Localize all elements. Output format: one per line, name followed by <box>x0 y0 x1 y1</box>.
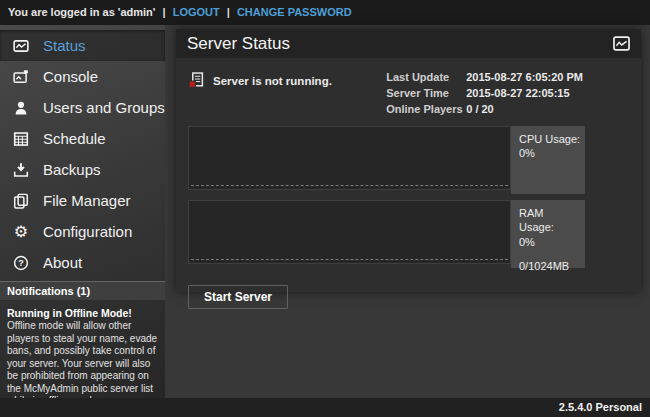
sidebar-item-label: Backups <box>43 161 101 178</box>
sidebar-item-schedule[interactable]: Schedule <box>0 123 165 154</box>
schedule-icon <box>13 131 29 147</box>
info-label: Online Players <box>386 101 466 117</box>
sidebar-item-configuration[interactable]: ⚙ Configuration <box>0 216 165 247</box>
logout-link[interactable]: LOGOUT <box>173 6 220 18</box>
info-label: Last Update <box>386 69 466 85</box>
separator: | <box>163 6 166 18</box>
ram-usage-chart <box>188 200 511 264</box>
page-title: Server Status <box>187 34 290 54</box>
logged-in-text: You are logged in as 'admin' <box>8 6 155 18</box>
info-row-online-players: Online Players 0 / 20 <box>386 101 583 117</box>
sidebar-item-status[interactable]: Status <box>0 30 165 61</box>
sidebar-menu: Status Console Users and Groups Schedule <box>0 25 165 278</box>
cpu-usage-label: CPU Usage: <box>519 132 581 146</box>
sidebar-item-label: Console <box>43 68 98 85</box>
chart-icon <box>13 38 29 54</box>
notification-text: Offline mode will allow other players to… <box>7 320 158 408</box>
version-text: 2.5.4.0 Personal <box>559 401 642 413</box>
sidebar-item-file-manager[interactable]: File Manager <box>0 185 165 216</box>
top-bar: You are logged in as 'admin' | LOGOUT | … <box>0 0 650 25</box>
cpu-usage-value: 0% <box>519 146 581 160</box>
backups-icon <box>13 162 29 178</box>
server-info-table: Last Update 2015-08-27 6:05:20 PM Server… <box>386 67 583 117</box>
svg-text:?: ? <box>18 258 24 268</box>
info-row-last-update: Last Update 2015-08-27 6:05:20 PM <box>386 69 583 85</box>
question-icon: ? <box>13 255 29 271</box>
console-icon <box>13 69 29 85</box>
sidebar-item-label: Configuration <box>43 223 132 240</box>
start-server-button[interactable]: Start Server <box>188 285 288 309</box>
server-state: Server is not running. <box>188 67 332 117</box>
chart-zero-line <box>191 185 508 186</box>
users-icon <box>13 100 29 116</box>
ram-usage-amount: 0/1024MB <box>519 259 581 273</box>
server-status-panel: Server Status Server is not running. Las… <box>176 29 641 292</box>
sidebar-item-backups[interactable]: Backups <box>0 154 165 185</box>
sidebar: Status Console Users and Groups Schedule <box>0 25 165 398</box>
sidebar-item-label: Schedule <box>43 130 106 147</box>
sidebar-item-users-and-groups[interactable]: Users and Groups <box>0 92 165 123</box>
chart-icon <box>613 36 630 51</box>
ram-chart-row: RAM Usage: 0% 0/1024MB <box>188 200 629 264</box>
info-value: 0 / 20 <box>466 101 494 117</box>
server-status-message: Server is not running. <box>213 72 332 87</box>
footer-bar: 2.5.4.0 Personal <box>0 398 650 417</box>
panel-header: Server Status <box>176 29 641 58</box>
server-stopped-icon <box>188 72 204 89</box>
info-value: 2015-08-27 22:05:15 <box>466 85 569 101</box>
panel-content: Server is not running. Last Update 2015-… <box>176 58 641 309</box>
sidebar-item-label: About <box>43 254 82 271</box>
sidebar-item-label: Status <box>43 37 86 54</box>
ram-usage-panel: RAM Usage: 0% 0/1024MB <box>511 200 585 268</box>
notification-title: Running in Offline Mode! <box>7 307 158 320</box>
file-manager-icon <box>13 193 29 209</box>
sidebar-item-label: File Manager <box>43 192 131 209</box>
cpu-chart-row: CPU Usage: 0% <box>188 126 629 190</box>
status-row: Server is not running. Last Update 2015-… <box>188 67 629 117</box>
ram-usage-value: 0% <box>519 235 581 249</box>
notifications-header: Notifications (1) <box>0 281 165 301</box>
sidebar-item-console[interactable]: Console <box>0 61 165 92</box>
separator: | <box>227 6 230 18</box>
sidebar-item-about[interactable]: ? About <box>0 247 165 278</box>
change-password-link[interactable]: CHANGE PASSWORD <box>237 6 352 18</box>
info-row-server-time: Server Time 2015-08-27 22:05:15 <box>386 85 583 101</box>
sidebar-item-label: Users and Groups <box>43 99 165 116</box>
ram-usage-label: RAM Usage: <box>519 206 581 235</box>
info-label: Server Time <box>386 85 466 101</box>
gear-icon: ⚙ <box>13 224 29 240</box>
cpu-usage-chart <box>188 126 511 190</box>
info-value: 2015-08-27 6:05:20 PM <box>466 69 583 85</box>
notification-item: Running in Offline Mode! Offline mode wi… <box>0 301 165 414</box>
cpu-usage-panel: CPU Usage: 0% <box>511 126 585 194</box>
chart-zero-line <box>191 259 508 260</box>
